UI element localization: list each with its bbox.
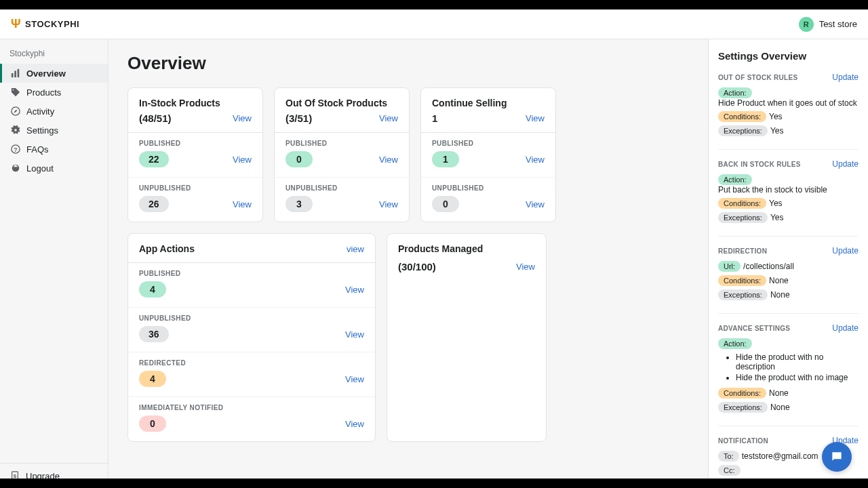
sidebar-item-settings[interactable]: Settings (0, 121, 108, 140)
cc-chip: Cc: (718, 465, 741, 476)
svg-rect-1 (14, 71, 16, 78)
sidebar-item-label: Logout (26, 163, 54, 174)
exceptions-value: Yes (770, 126, 784, 136)
row-label: IMMEDIATELY NOTIFIED (139, 404, 364, 411)
url-value: /collections/all (743, 262, 794, 271)
conditions-chip: Conditions: (718, 198, 766, 209)
advance-action-list: Hide the product with no description Hid… (736, 352, 859, 382)
chart-icon (10, 68, 21, 79)
view-link[interactable]: View (345, 329, 364, 340)
section-heading: ADVANCE SETTINGS (718, 325, 790, 332)
action-chip: Action: (718, 87, 752, 98)
conditions-value: None (769, 276, 789, 285)
view-link[interactable]: View (516, 262, 535, 272)
unpublished-count: 26 (139, 196, 169, 212)
unpublished-count: 0 (432, 196, 459, 212)
logout-icon (10, 163, 21, 174)
view-link[interactable]: view (347, 244, 364, 254)
card-products-managed: Products Managed (30/100) View (387, 233, 547, 442)
unpublished-count: 36 (139, 326, 169, 342)
view-link[interactable]: View (379, 155, 398, 165)
conditions-value: Yes (769, 112, 783, 121)
card-outofstock: Out Of Stock Products (3/51) View PUBLIS… (274, 87, 410, 222)
exceptions-value: None (770, 290, 790, 300)
chat-button[interactable] (822, 442, 852, 472)
update-link[interactable]: Update (832, 246, 859, 256)
breadcrumb: Stockyphi (0, 46, 108, 64)
row-label: UNPUBLISHED (285, 184, 398, 192)
view-link[interactable]: View (526, 155, 545, 165)
card-title: App Actions (139, 243, 195, 254)
sidebar-item-label: Activity (26, 106, 54, 117)
sidebar-item-activity[interactable]: Activity (0, 102, 108, 121)
unpublished-count: 3 (285, 196, 313, 212)
letterbox-top (0, 0, 868, 9)
card-ratio: 1 (432, 113, 437, 124)
brand-icon: Ψ (11, 17, 21, 31)
view-link[interactable]: View (526, 113, 545, 123)
view-link[interactable]: View (345, 419, 364, 429)
section-heading: REDIRECTION (718, 247, 767, 255)
notified-count: 0 (139, 415, 166, 432)
sidebar-item-products[interactable]: Products (0, 83, 108, 102)
sidebar-item-logout[interactable]: Logout (0, 159, 108, 178)
row-label: UNPUBLISHED (139, 184, 252, 192)
view-link[interactable]: View (345, 285, 364, 295)
sidebar: Stockyphi Overview Products Activity (0, 39, 108, 488)
svg-rect-2 (18, 69, 20, 77)
view-link[interactable]: View (233, 199, 252, 209)
exceptions-value: None (770, 403, 790, 412)
row-label: UNPUBLISHED (432, 184, 545, 192)
redirected-count: 4 (139, 371, 166, 387)
card-instock: In-Stock Products (48/51) View PUBLISHED… (127, 87, 263, 222)
sidebar-item-label: Products (26, 87, 61, 98)
chat-icon (830, 450, 844, 464)
view-link[interactable]: View (345, 374, 364, 384)
update-link[interactable]: Update (832, 73, 859, 82)
section-heading: BACK IN STOCK RULES (718, 161, 801, 168)
list-item: Hide the product with no description (736, 352, 859, 371)
panel-title: Settings Overview (718, 50, 859, 62)
sidebar-item-overview[interactable]: Overview (0, 64, 108, 83)
row-label: UNPUBLISHED (139, 314, 364, 322)
card-title: Products Managed (398, 243, 535, 254)
avatar: R (799, 17, 814, 32)
letterbox-bottom (0, 479, 868, 488)
help-icon: ? (10, 144, 21, 155)
card-app-actions: App Actions view PUBLISHED 4 View UNPUBL… (127, 233, 376, 442)
published-count: 4 (139, 281, 166, 298)
section-bis-rules: BACK IN STOCK RULES Update Action:Put ba… (718, 159, 859, 237)
view-link[interactable]: View (379, 199, 398, 209)
store-switcher[interactable]: R Test store (799, 17, 857, 32)
section-heading: NOTIFICATION (718, 437, 768, 445)
row-label: PUBLISHED (139, 270, 364, 277)
view-link[interactable]: View (526, 199, 545, 209)
url-chip: Url: (718, 261, 741, 272)
tag-icon (10, 87, 21, 98)
section-advance-settings: ADVANCE SETTINGS Update Action: Hide the… (718, 323, 859, 426)
update-link[interactable]: Update (832, 323, 859, 333)
list-item: Hide the product with no image (736, 373, 859, 382)
sidebar-item-label: Settings (26, 125, 58, 136)
sidebar-item-faqs[interactable]: ? FAQs (0, 140, 108, 159)
brand-name: STOCKYPHI (25, 19, 79, 29)
row-label: PUBLISHED (285, 140, 398, 147)
to-chip: To: (718, 451, 739, 462)
view-link[interactable]: View (233, 113, 252, 123)
sidebar-item-label: FAQs (26, 144, 49, 155)
row-label: PUBLISHED (432, 140, 545, 147)
conditions-value: Yes (769, 199, 783, 208)
page-title: Overview (127, 53, 689, 74)
section-redirection: REDIRECTION Update Url:/collections/all … (718, 246, 859, 314)
conditions-chip: Conditions: (718, 111, 766, 122)
exceptions-chip: Exceptions: (718, 402, 768, 413)
published-count: 1 (432, 151, 459, 167)
conditions-chip: Conditions: (718, 388, 766, 399)
view-link[interactable]: View (379, 113, 398, 123)
view-link[interactable]: View (233, 155, 252, 165)
section-heading: OUT OF STOCK RULES (718, 74, 797, 81)
action-chip: Action: (718, 338, 752, 349)
update-link[interactable]: Update (832, 159, 859, 169)
action-chip: Action: (718, 174, 752, 185)
card-ratio: (30/100) (398, 261, 436, 272)
